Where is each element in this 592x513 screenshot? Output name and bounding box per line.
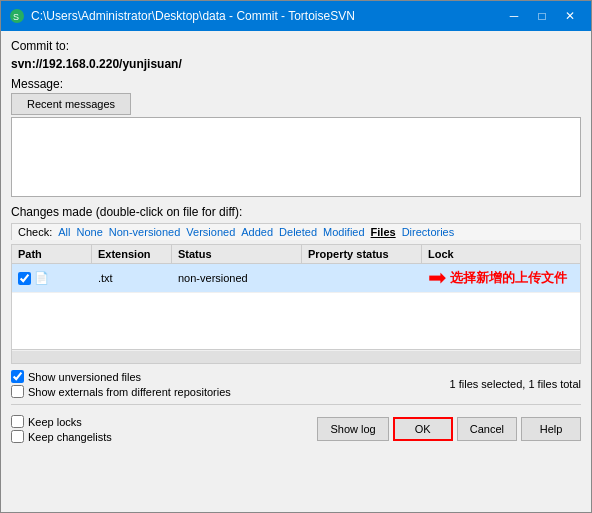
table-row[interactable]: 📄 .txt non-versioned ➡ 选择新增的上传文件 [12, 264, 580, 293]
filter-files[interactable]: Files [371, 226, 396, 238]
bottom-buttons: Show log OK Cancel Help [317, 417, 581, 441]
col-status[interactable]: Status [172, 245, 302, 263]
commit-to-label: Commit to: [11, 39, 581, 53]
status-value: non-versioned [178, 272, 248, 284]
cancel-button[interactable]: Cancel [457, 417, 517, 441]
extension-value: .txt [98, 272, 113, 284]
col-lock[interactable]: Lock [422, 245, 502, 263]
row-checkbox[interactable] [18, 272, 31, 285]
maximize-button[interactable]: □ [529, 6, 555, 26]
show-unversioned-label[interactable]: Show unversioned files [11, 370, 231, 383]
filter-modified[interactable]: Modified [323, 226, 365, 238]
check-label: Check: [18, 226, 52, 238]
filter-added[interactable]: Added [241, 226, 273, 238]
file-table: Path Extension Status Property status Lo… [11, 244, 581, 364]
divider [11, 404, 581, 405]
h-scrollbar[interactable] [12, 351, 580, 363]
col-path[interactable]: Path [12, 245, 92, 263]
title-bar: S C:\Users\Administrator\Desktop\data - … [1, 1, 591, 31]
app-icon: S [9, 8, 25, 24]
row-lock-cell: ➡ 选择新增的上传文件 [422, 264, 502, 292]
filter-bar: Check: All None Non-versioned Versioned … [11, 223, 581, 240]
row-path-cell: 📄 [12, 268, 92, 288]
main-window: S C:\Users\Administrator\Desktop\data - … [0, 0, 592, 513]
show-unversioned-checkbox[interactable] [11, 370, 24, 383]
options-row: Show unversioned files Show externals fr… [11, 370, 581, 398]
close-button[interactable]: ✕ [557, 6, 583, 26]
title-bar-buttons: ─ □ ✕ [501, 6, 583, 26]
show-log-button[interactable]: Show log [317, 417, 388, 441]
status-text: 1 files selected, 1 files total [450, 378, 581, 390]
svg-text:S: S [13, 12, 19, 22]
keep-changelists-label[interactable]: Keep changelists [11, 430, 112, 443]
filter-versioned[interactable]: Versioned [186, 226, 235, 238]
message-input[interactable] [11, 117, 581, 197]
message-label: Message: [11, 77, 581, 91]
bottom-left: Keep locks Keep changelists [11, 415, 112, 443]
keep-locks-label[interactable]: Keep locks [11, 415, 112, 428]
file-doc-icon: 📄 [34, 271, 49, 285]
window-title: C:\Users\Administrator\Desktop\data - Co… [31, 9, 355, 23]
title-bar-left: S C:\Users\Administrator\Desktop\data - … [9, 8, 355, 24]
col-property-status[interactable]: Property status [302, 245, 422, 263]
row-status-cell: non-versioned [172, 269, 302, 287]
col-extension[interactable]: Extension [92, 245, 172, 263]
changes-label: Changes made (double-click on file for d… [11, 205, 581, 219]
keep-locks-checkbox[interactable] [11, 415, 24, 428]
row-extension-cell: .txt [92, 269, 172, 287]
filter-none[interactable]: None [76, 226, 102, 238]
ok-button[interactable]: OK [393, 417, 453, 441]
options-checkboxes: Show unversioned files Show externals fr… [11, 370, 231, 398]
recent-messages-button[interactable]: Recent messages [11, 93, 131, 115]
message-area: Message: Recent messages [11, 77, 581, 197]
filter-nonversioned[interactable]: Non-versioned [109, 226, 181, 238]
filter-deleted[interactable]: Deleted [279, 226, 317, 238]
annotation-text: 选择新增的上传文件 [450, 269, 567, 287]
filter-directories[interactable]: Directories [402, 226, 455, 238]
table-body: 📄 .txt non-versioned ➡ 选择新增的上传文件 [12, 264, 580, 349]
keep-changelists-checkbox[interactable] [11, 430, 24, 443]
show-externals-checkbox[interactable] [11, 385, 24, 398]
bottom-row: Keep locks Keep changelists Show log OK … [11, 415, 581, 447]
row-property-status-cell [302, 275, 422, 281]
filter-all[interactable]: All [58, 226, 70, 238]
table-header: Path Extension Status Property status Lo… [12, 245, 580, 264]
h-scrollbar-area [12, 349, 580, 363]
help-button[interactable]: Help [521, 417, 581, 441]
minimize-button[interactable]: ─ [501, 6, 527, 26]
commit-to-url: svn://192.168.0.220/yunjisuan/ [11, 57, 581, 71]
content-area: Commit to: svn://192.168.0.220/yunjisuan… [1, 31, 591, 512]
show-externals-label[interactable]: Show externals from different repositori… [11, 385, 231, 398]
